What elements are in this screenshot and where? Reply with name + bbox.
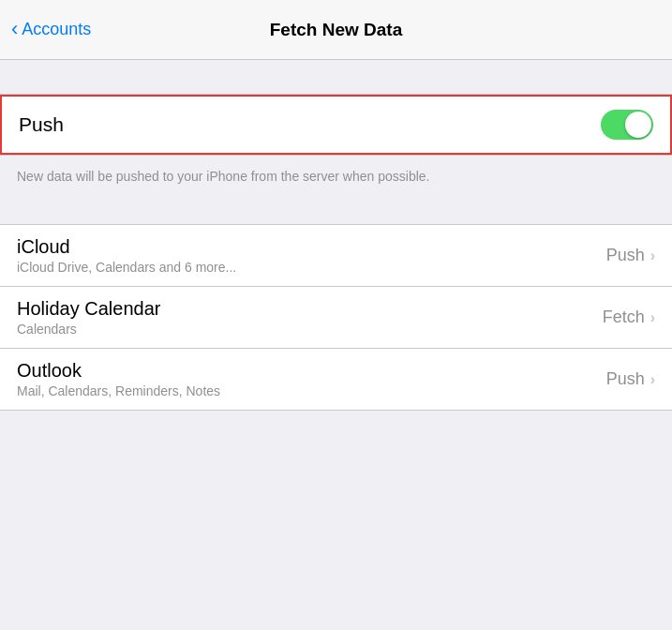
push-section: Push [0,94,672,156]
outlook-status-label: Push [606,369,645,389]
navigation-bar: ‹ Accounts Fetch New Data [0,0,672,60]
icloud-row[interactable]: iCloud iCloud Drive, Calendars and 6 mor… [0,225,672,287]
push-row: Push [0,95,672,155]
accounts-gap [0,205,672,224]
holiday-info: Holiday Calendar Calendars [17,298,160,337]
push-toggle[interactable] [601,110,653,140]
outlook-name: Outlook [17,360,220,382]
outlook-chevron-icon: › [650,371,655,388]
holiday-calendar-row[interactable]: Holiday Calendar Calendars Fetch › [0,287,672,349]
toggle-thumb [625,112,651,138]
holiday-status: Fetch › [603,308,655,327]
back-chevron-icon: ‹ [11,19,18,39]
top-gap [0,60,672,94]
holiday-detail: Calendars [17,322,160,337]
icloud-info: iCloud iCloud Drive, Calendars and 6 mor… [17,236,236,275]
holiday-chevron-icon: › [650,309,655,326]
icloud-name: iCloud [17,236,236,258]
icloud-status-label: Push [606,246,645,265]
outlook-detail: Mail, Calendars, Reminders, Notes [17,383,220,398]
icloud-status: Push › [606,246,655,265]
outlook-status: Push › [606,369,655,389]
icloud-detail: iCloud Drive, Calendars and 6 more... [17,260,236,275]
accounts-section: iCloud iCloud Drive, Calendars and 6 mor… [0,224,672,411]
push-description: New data will be pushed to your iPhone f… [0,156,672,205]
back-label: Accounts [22,20,91,39]
page-title: Fetch New Data [270,20,402,40]
icloud-chevron-icon: › [650,248,655,264]
outlook-row[interactable]: Outlook Mail, Calendars, Reminders, Note… [0,349,672,410]
push-label: Push [19,113,64,136]
outlook-info: Outlook Mail, Calendars, Reminders, Note… [17,360,220,398]
holiday-name: Holiday Calendar [17,298,160,320]
back-button[interactable]: ‹ Accounts [11,20,91,39]
holiday-status-label: Fetch [603,308,645,327]
